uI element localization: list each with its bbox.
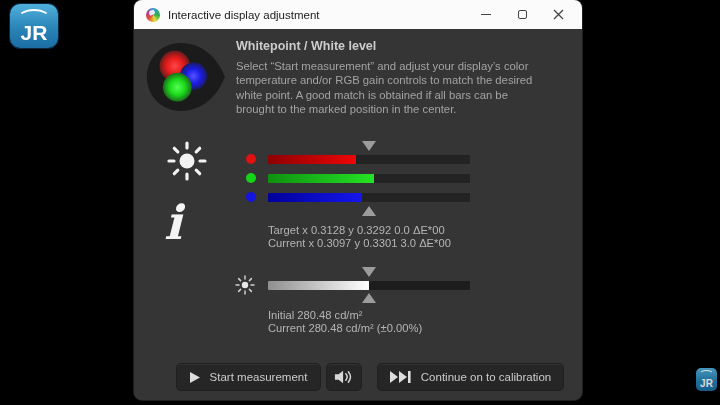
green-channel-bar — [268, 174, 470, 183]
red-channel-fill — [268, 155, 356, 164]
luminance-bar — [268, 281, 470, 290]
section-heading: Whitepoint / White level — [236, 39, 376, 53]
blue-channel-dot — [246, 192, 256, 202]
luminance-fill — [268, 281, 369, 290]
jr-watermark-bottom-right: JR — [696, 368, 717, 391]
jr-arc — [699, 370, 714, 379]
blue-channel-fill — [268, 193, 362, 202]
luminance-center-marker-bottom — [362, 293, 376, 303]
speaker-icon — [334, 369, 354, 385]
jr-watermark-top-left: JR — [10, 4, 58, 48]
green-channel-dot — [246, 173, 256, 183]
rgb-center-marker-bottom — [362, 206, 376, 216]
rgb-center-marker-top — [362, 141, 376, 151]
blue-channel-bar — [268, 193, 470, 202]
dialog-content: Whitepoint / White level Select “Start m… — [134, 29, 582, 400]
start-measurement-button[interactable]: Start measurement — [176, 363, 321, 391]
close-icon — [553, 9, 564, 20]
info-icon: i — [164, 199, 182, 246]
screen: JR Interactive display adjustment — [0, 0, 720, 405]
target-readout: Target x 0.3128 y 0.3292 0.0 ΔE*00 — [268, 224, 445, 236]
continue-to-calibration-label: Continue on to calibration — [421, 371, 551, 383]
minimize-icon — [481, 14, 491, 15]
current-luminance-readout: Current 280.48 cd/m² (±0.00%) — [268, 322, 422, 334]
instructions-text: Select “Start measurement” and adjust yo… — [236, 59, 576, 116]
app-logo-icon — [146, 8, 160, 22]
brightness-sun-icon — [165, 139, 209, 183]
initial-luminance-readout: Initial 280.48 cd/m² — [268, 309, 363, 321]
rgb-circles-icon — [142, 38, 228, 116]
play-icon — [190, 372, 200, 383]
maximize-button[interactable] — [504, 0, 540, 29]
luminance-center-marker-top — [362, 267, 376, 277]
red-channel-bar — [268, 155, 470, 164]
skip-to-end-icon — [390, 371, 411, 383]
green-channel-fill — [268, 174, 374, 183]
window-controls — [468, 0, 576, 29]
jr-arc — [17, 9, 51, 29]
continue-to-calibration-button[interactable]: Continue on to calibration — [377, 363, 564, 391]
jr-text: JR — [700, 378, 713, 389]
current-readout: Current x 0.3097 y 0.3301 3.0 ΔE*00 — [268, 237, 451, 249]
luminance-sun-icon — [235, 275, 255, 295]
title-bar[interactable]: Interactive display adjustment — [134, 0, 582, 29]
red-channel-dot — [246, 154, 256, 164]
close-button[interactable] — [540, 0, 576, 29]
window-title: Interactive display adjustment — [168, 9, 320, 21]
sound-toggle-button[interactable] — [326, 363, 362, 391]
start-measurement-label: Start measurement — [210, 371, 308, 383]
interactive-display-adjustment-window: Interactive display adjustment — [134, 0, 582, 400]
maximize-icon — [518, 10, 527, 19]
minimize-button[interactable] — [468, 0, 504, 29]
